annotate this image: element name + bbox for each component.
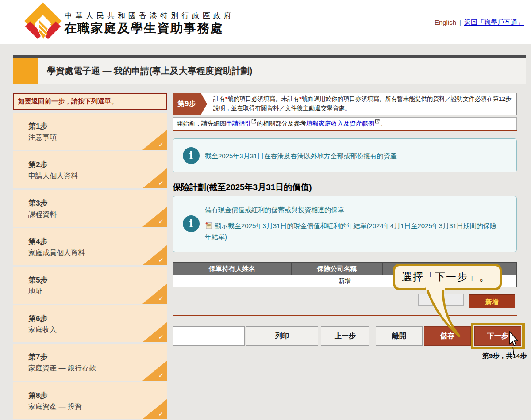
column-header-insurance-company: 保險公司名稱 bbox=[292, 263, 383, 275]
page-title-banner: 學資處電子通 — 我的申請(專上及大專程度資助計劃) bbox=[13, 58, 526, 84]
header-links: English|返回「職學戶互通」 bbox=[435, 19, 524, 27]
intro-part: 。 bbox=[380, 120, 386, 127]
step-menu: 第1步 注意事項 ✓ 第2步 申請人個人資料 ✓ 第3步 課程資料 ✓ 第4步 … bbox=[13, 113, 167, 420]
return-portal-link[interactable]: 返回「職學戶互通」 bbox=[464, 19, 524, 26]
check-icon: ✓ bbox=[158, 371, 164, 379]
note-part: 號的項目必須填寫。未註有 bbox=[227, 95, 299, 102]
check-icon: ✓ bbox=[158, 410, 164, 418]
row-add-link[interactable]: 新增 bbox=[339, 277, 351, 284]
column-header-policy-holder: 保單持有人姓名 bbox=[173, 263, 292, 275]
application-page: 中華人民共和國香港特別行政區政府 在職家庭及學生資助事務處 English|返回… bbox=[0, 0, 531, 420]
previous-step-button[interactable]: 上一步 bbox=[321, 326, 369, 346]
add-record-button[interactable]: 新增 bbox=[469, 294, 515, 308]
site-header: 中華人民共和國香港特別行政區政府 在職家庭及學生資助事務處 English|返回… bbox=[0, 0, 531, 44]
sidebar-instruction: 如要返回前一步，請按下列選單。 bbox=[13, 93, 167, 110]
government-title: 中華人民共和國香港特別行政區政府 bbox=[65, 11, 235, 21]
income-asset-examples-link[interactable]: 填報家庭收入及資產範例 bbox=[306, 120, 374, 127]
sidebar-step-1[interactable]: 第1步 注意事項 ✓ bbox=[13, 113, 167, 150]
note-part: 註有 bbox=[213, 95, 225, 102]
red-divider bbox=[173, 130, 517, 131]
external-link-icon bbox=[375, 119, 380, 124]
callout-tail-patch bbox=[426, 285, 445, 290]
info-icon: i bbox=[183, 215, 200, 232]
sidebar-step-3[interactable]: 第3步 課程資料 ✓ bbox=[13, 190, 167, 227]
print-button[interactable]: 列印 bbox=[246, 326, 318, 346]
check-icon: ✓ bbox=[158, 333, 164, 341]
assets-info-text: 截至2025年3月31日在香港及香港以外地方全部或部份擁有的資產 bbox=[205, 152, 396, 160]
callout-text: 選擇「下一步」。 bbox=[395, 266, 500, 287]
sidebar-step-2[interactable]: 第2步 申請人個人資料 ✓ bbox=[13, 151, 167, 188]
insurance-info-line2-text: 顯示截至2025年3月31日的現金價值和紅利的年結單(2024年4月1日至202… bbox=[205, 222, 496, 241]
step-badge: 第9步 bbox=[173, 93, 201, 115]
english-language-link[interactable]: English bbox=[435, 19, 456, 26]
sidebar-step-5[interactable]: 第5步 地址 ✓ bbox=[13, 267, 167, 304]
check-icon: ✓ bbox=[158, 294, 164, 302]
document-icon bbox=[205, 222, 212, 229]
assets-info-box: i 截至2025年3月31日在香港及香港以外地方全部或部份擁有的資產 bbox=[173, 138, 517, 172]
sidebar-step-6[interactable]: 第6步 家庭收入 ✓ bbox=[13, 305, 167, 342]
check-icon: ✓ bbox=[158, 218, 164, 225]
agency-logo-icon bbox=[24, 2, 62, 42]
intro-part: 的相關部分及參考 bbox=[257, 120, 306, 127]
insurance-info-line2: 顯示截至2025年3月31日的現金價值和紅利的年結單(2024年4月1日至202… bbox=[205, 220, 502, 242]
agency-name: 在職家庭及學生資助事務處 bbox=[64, 20, 223, 37]
callout-tail bbox=[419, 287, 468, 341]
cursor-icon bbox=[507, 331, 519, 355]
insurance-info-box: i 備有現金價值或紅利的儲蓄或與投資相連的保單 顯示截至2025年3月31日的現… bbox=[173, 196, 517, 252]
step-badge-arrow-icon bbox=[201, 93, 207, 115]
info-icon: i bbox=[183, 147, 200, 164]
sidebar-step-8[interactable]: 第8步 家庭資產 — 投資 ✓ bbox=[13, 382, 167, 419]
sidebar-step-7[interactable]: 第7步 家庭資產 — 銀行存款 ✓ bbox=[13, 344, 167, 381]
intro-part: 開始前，請先細閱 bbox=[177, 120, 226, 127]
sidebar-step-4[interactable]: 第4步 家庭成員個人資料 ✓ bbox=[13, 228, 167, 265]
application-guide-link[interactable]: 申請指引 bbox=[226, 120, 251, 127]
footer-spacer-cell bbox=[173, 326, 245, 346]
step-note-text: 註有*號的項目必須填寫。未註有*號而適用於你的項目亦須填寫。所有暫未能提供的資料… bbox=[213, 94, 514, 113]
external-link-icon bbox=[251, 119, 256, 124]
check-icon: ✓ bbox=[158, 179, 164, 187]
check-icon: ✓ bbox=[158, 256, 164, 264]
link-separator: | bbox=[459, 19, 461, 26]
intro-strip: 開始前，請先細閱申請指引的相關部分及參考填報家庭收入及資產範例。 bbox=[173, 117, 517, 130]
page-title: 學資處電子通 — 我的申請(專上及大專程度資助計劃) bbox=[47, 58, 252, 84]
callout-bubble: 選擇「下一步」。 bbox=[393, 264, 502, 290]
banner-top-bar bbox=[13, 55, 526, 58]
insurance-info-line1: 備有現金價值或紅利的儲蓄或與投資相連的保單 bbox=[205, 206, 344, 214]
section-title: 保險計劃(截至2025年3月31日的價值) bbox=[173, 182, 312, 193]
check-icon: ✓ bbox=[158, 141, 164, 149]
banner-accent-square bbox=[13, 58, 38, 84]
exit-button[interactable]: 離開 bbox=[376, 326, 423, 346]
